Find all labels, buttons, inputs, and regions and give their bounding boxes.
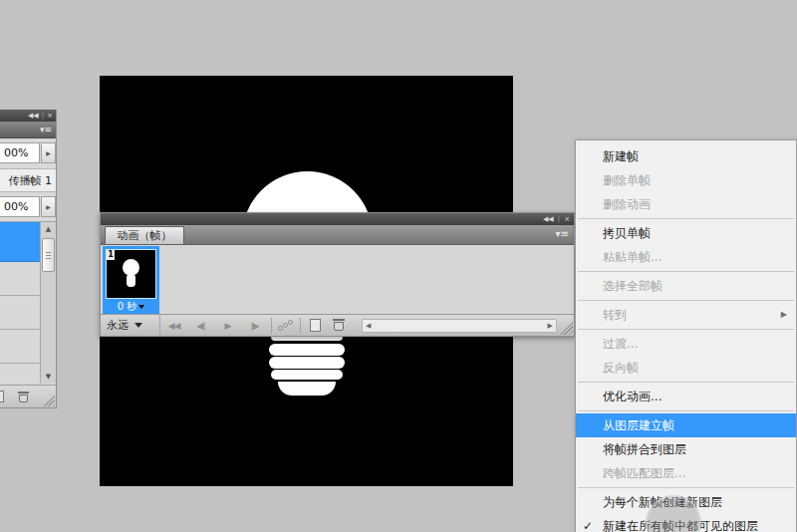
scroll-up-icon[interactable]: ▲ [41,222,56,236]
thumbnail-lightbulb-base [127,275,135,287]
next-frame-button[interactable]: |▶ [241,315,268,337]
menu-item-label: 转到 [603,308,627,322]
controls-divider [300,318,301,334]
opacity-row: 00% ▶ [0,142,56,163]
menu-item-make-frames-from-layers[interactable]: 从图层建立帧 [576,413,796,437]
frames-strip: 1 0 秒 [101,245,574,314]
loop-count-selector[interactable]: 永远 [101,315,160,336]
panel-resize-grip[interactable] [560,322,573,335]
menu-item-delete-animation[interactable]: 删除动画 [576,192,796,216]
play-button[interactable]: ▶ [214,315,241,337]
animation-panel-context-menu: 新建帧 删除单帧 删除动画 拷贝单帧 粘贴单帧... 选择全部帧 转到 ▶ 过渡… [575,139,797,532]
new-layer-icon[interactable] [0,391,4,402]
scroll-left-icon[interactable]: ◀ [366,323,371,330]
delete-layer-icon[interactable] [18,392,29,402]
animation-panel-titlebar: ◀◀ | × [101,213,574,225]
propagate-frame-label[interactable]: 传播帧 1 [0,168,56,192]
opacity-field[interactable]: 00% [0,142,40,163]
menu-item-new-frame[interactable]: 新建帧 [576,144,796,168]
layer-row-selected[interactable] [0,222,40,262]
trash-can [19,395,28,402]
frame-delay-selector[interactable]: 0 秒 [103,300,159,313]
panel-flyout-menu-icon[interactable]: ▾≡ [40,126,52,134]
animation-frames-panel: ◀◀ | × 动画（帧） ▾≡ 1 0 秒 永远 ◀◀ ◀| ▶ |▶ [100,212,575,337]
menu-item-paste-frame[interactable]: 粘贴单帧... [576,245,796,269]
dropdown-arrow-icon: ▶ [46,203,51,210]
trash-can [334,322,344,331]
panel-resize-grip[interactable] [43,395,55,406]
fill-field[interactable]: 00% [0,196,40,217]
close-panel-icon[interactable]: × [47,113,53,120]
layer-row[interactable] [0,296,40,330]
close-panel-icon[interactable]: × [564,216,570,223]
layers-panel-titlebar: ◀◀ | × [0,110,56,122]
scrollbar-thumb[interactable] [42,238,55,272]
dropdown-arrow-icon: ▶ [46,149,51,156]
collapse-panel-icon[interactable]: ◀◀ [543,216,554,223]
layer-row[interactable] [0,330,40,364]
layers-scrollbar[interactable]: ▲ ▼ [40,222,56,384]
panel-flyout-menu-icon[interactable]: ▾≡ [556,229,569,239]
frame-number-badge: 1 [107,250,115,260]
layers-list: ▲ ▼ [0,221,56,384]
new-frame-button[interactable] [310,319,321,332]
lightbulb-base-band [269,357,345,369]
checkmark-icon: ✓ [583,514,593,532]
collapse-panel-icon[interactable]: ◀◀ [28,113,39,120]
menu-item-optimize-animation[interactable]: 优化动画... [576,385,796,408]
tween-button[interactable] [275,315,297,337]
menu-item-tween[interactable]: 过渡... [576,332,796,356]
animation-controls-bar: 永远 ◀◀ ◀| ▶ |▶ ◀ ▶ [101,314,574,336]
first-frame-button[interactable]: ◀◀ [160,315,187,337]
frame-1-thumbnail[interactable]: 1 [106,249,156,299]
trash-lid [333,319,345,321]
delay-dropdown-icon [138,305,144,309]
menu-item-delete-frame[interactable]: 删除单帧 [576,168,796,192]
menu-item-select-all-frames[interactable]: 选择全部帧 [576,274,796,298]
submenu-arrow-icon: ▶ [781,303,787,327]
frame-delay-value: 0 秒 [118,301,137,312]
delete-frame-button[interactable] [333,319,345,332]
menu-item-copy-frame[interactable]: 拷贝单帧 [576,221,796,245]
titlebar-divider: | [42,113,44,120]
lightbulb-base-band [271,370,343,380]
opacity-dropdown-button[interactable]: ▶ [41,142,56,163]
layers-panel-menubar: ▾≡ [0,122,56,138]
scroll-right-icon[interactable]: ▶ [548,323,553,330]
loop-count-label: 永远 [107,318,129,333]
trash-lid [18,392,29,394]
menu-item-match-layer-across-frames[interactable]: 跨帧匹配图层... [576,461,796,485]
menu-item-flatten-frames-into-layers[interactable]: 将帧拼合到图层 [576,437,796,461]
thumbnail-lightbulb [123,259,139,276]
menu-item-go-to[interactable]: 转到 ▶ [576,303,796,327]
loop-dropdown-icon [134,323,142,328]
layer-row[interactable] [0,262,40,296]
lightbulb-base-band [269,344,345,356]
frames-horizontal-scrollbar[interactable]: ◀ ▶ [362,319,557,333]
fill-row: 00% ▶ [0,196,56,217]
previous-frame-button[interactable]: ◀| [187,315,214,337]
frame-1-selected[interactable]: 1 0 秒 [103,246,159,314]
menu-item-reverse-frames[interactable]: 反向帧 [576,356,796,380]
layers-panel: ◀◀ | × ▾≡ 00% ▶ 传播帧 1 00% ▶ ▲ ▼ [0,110,57,408]
fill-dropdown-button[interactable]: ▶ [41,196,56,217]
tab-animation-frames[interactable]: 动画（帧） [105,226,184,244]
scroll-down-icon[interactable]: ▼ [41,370,56,384]
layers-panel-bottombar [0,385,56,407]
lightbulb-base-cap [278,382,336,396]
titlebar-divider: | [558,216,560,223]
animation-panel-tabrow: 动画（帧） ▾≡ [101,225,574,245]
controls-divider [271,318,272,334]
